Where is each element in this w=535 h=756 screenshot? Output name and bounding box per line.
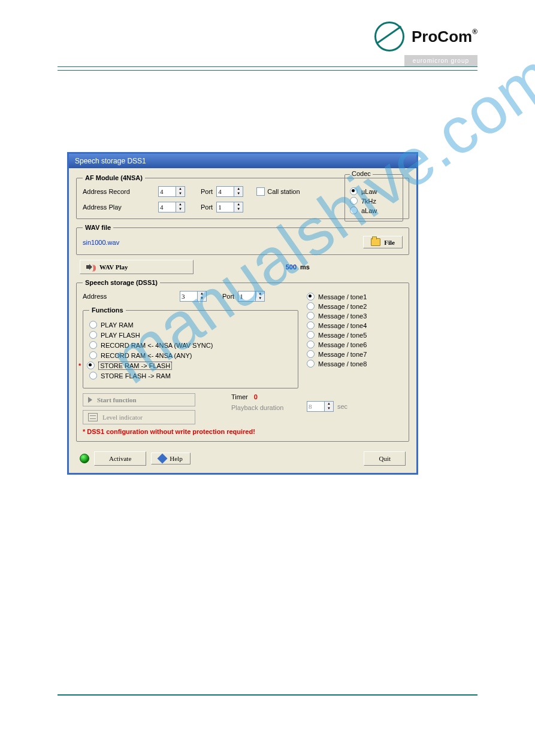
tone-option[interactable]: Message / tone6 <box>307 341 403 348</box>
header-rule <box>58 66 477 71</box>
functions-group: Functions PLAY RAMPLAY FLASHRECORD RAM <… <box>83 306 298 388</box>
af-module-legend: AF Module (4NSA) <box>83 174 145 181</box>
below-text: The function Start function records the … <box>58 524 477 545</box>
speech-address-spinner[interactable]: ▲▼ <box>180 291 207 302</box>
codec-option-7kHz[interactable]: 7kHz <box>350 197 398 205</box>
address-play-input[interactable] <box>158 202 176 212</box>
file-button[interactable]: File <box>363 236 403 248</box>
figure-caption: Figure 79 — User interface ICS Tool — Sp… <box>58 496 477 506</box>
wav-play-button[interactable]: )) WAV Play <box>80 260 194 274</box>
address-record-label: Address Record <box>83 188 155 195</box>
procom-logo-icon <box>374 22 404 51</box>
codec-legend: Codec <box>350 170 373 177</box>
address-play-port-spinner[interactable]: ▲▼ <box>216 202 243 212</box>
function-option[interactable]: RECORD RAM <- 4NSA (WAV SYNC) <box>89 341 292 349</box>
address-record-port-input[interactable] <box>216 186 234 197</box>
timer-label: Timer <box>231 393 248 400</box>
playback-seconds-spinner[interactable]: ▲▼ <box>307 401 334 412</box>
quit-button[interactable]: Quit <box>364 451 406 466</box>
function-option[interactable]: STORE FLASH -> RAM <box>89 372 292 379</box>
tone-option[interactable]: Message / tone7 <box>307 350 403 358</box>
address-record-spinner[interactable]: ▲▼ <box>158 186 185 197</box>
address-play-label: Address Play <box>83 204 155 211</box>
address-play-port-label: Port <box>201 204 213 211</box>
page-header: ProCom® euromicron group <box>58 22 477 71</box>
wav-filename: sin1000.wav <box>83 239 119 246</box>
speech-storage-window: Speech storage DSS1 AF Module (4NSA) Add… <box>67 152 418 475</box>
speech-port-label: Port <box>222 293 234 300</box>
codec-group: Codec µLaw7kHzaLaw <box>344 174 403 221</box>
status-led-icon <box>80 454 89 463</box>
wav-duration-unit: ms <box>300 263 310 271</box>
functions-legend: Functions <box>89 306 126 314</box>
speech-address-input[interactable] <box>180 291 198 302</box>
level-indicator-button[interactable]: Level indicator <box>83 410 195 424</box>
subbrand-badge: euromicron group <box>404 55 477 66</box>
activate-button[interactable]: Activate <box>94 451 146 466</box>
level-icon <box>88 413 98 421</box>
address-record-port-spinner[interactable]: ▲▼ <box>216 186 243 197</box>
footer-left: FUNCTIONAL SPECIFICATION | ICS | 9009500… <box>58 699 222 706</box>
codec-option-µLaw[interactable]: µLaw <box>350 187 398 195</box>
address-record-input[interactable] <box>158 186 176 197</box>
wav-file-group: WAV file sin1000.wav File <box>76 224 409 255</box>
speech-address-label: Address <box>83 293 125 300</box>
tone-option[interactable]: Message / tone4 <box>307 321 403 329</box>
brand-name: ProCom® <box>412 28 477 46</box>
seconds-unit: sec <box>337 403 347 410</box>
speech-port-spinner[interactable]: ▲▼ <box>238 291 265 302</box>
speech-storage-group: Speech storage (DSS1) Address ▲▼ Port ▲▼ <box>76 279 409 442</box>
address-record-port-label: Port <box>201 188 213 195</box>
function-option[interactable]: RECORD RAM <- 4NSA (ANY) <box>89 351 292 359</box>
speech-port-input[interactable] <box>238 291 256 302</box>
call-station-checkbox[interactable]: Call station <box>256 187 300 196</box>
folder-icon <box>371 238 380 246</box>
play-icon <box>88 397 92 403</box>
start-function-button[interactable]: Start function <box>83 393 195 406</box>
tone-option[interactable]: Message / tone1 <box>307 293 403 300</box>
speech-storage-legend: Speech storage (DSS1) <box>83 279 160 286</box>
help-icon <box>158 454 168 464</box>
playback-seconds-input[interactable] <box>307 401 325 412</box>
playback-duration-label: Playback duration <box>231 404 283 411</box>
timer-value: 0 <box>254 393 258 400</box>
function-option[interactable]: PLAY RAM <box>89 321 292 329</box>
function-option[interactable]: PLAY FLASH <box>89 331 292 339</box>
wav-file-legend: WAV file <box>83 224 113 231</box>
function-option[interactable]: *STORE RAM -> FLASH <box>89 362 292 369</box>
wav-duration-value: 500 <box>286 263 297 271</box>
tone-option[interactable]: Message / tone5 <box>307 331 403 339</box>
tone-option[interactable]: Message / tone8 <box>307 360 403 368</box>
tone-option[interactable]: Message / tone3 <box>307 312 403 320</box>
speaker-icon: )) <box>86 263 95 271</box>
intro-text: After the sample file has been selected,… <box>58 98 477 108</box>
footer-right: PAGE 139 BY 171 <box>428 699 477 706</box>
address-play-port-input[interactable] <box>216 202 234 212</box>
write-protection-warning: * DSS1 configuration without write prote… <box>83 428 298 435</box>
window-title: Speech storage DSS1 <box>69 154 416 168</box>
tone-option[interactable]: Message / tone2 <box>307 302 403 310</box>
address-play-spinner[interactable]: ▲▼ <box>158 202 185 212</box>
codec-option-aLaw[interactable]: aLaw <box>350 207 398 214</box>
help-button[interactable]: Help <box>151 453 190 464</box>
page-footer: FUNCTIONAL SPECIFICATION | ICS | 9009500… <box>58 694 477 706</box>
